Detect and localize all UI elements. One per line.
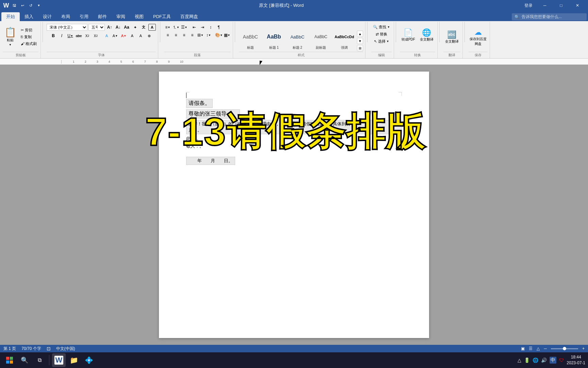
show-marks-btn[interactable]: ¶ [215,24,223,31]
style-title[interactable]: AaBbC 标题 [239,28,262,51]
align-left-btn[interactable]: ≡ [164,32,172,39]
styles-scroll-up[interactable]: ▲ [357,31,363,37]
word-taskbar-btn[interactable]: W [52,353,66,367]
line-spacing-btn[interactable]: ↕▼ [205,32,212,39]
find-btn[interactable]: 🔍 查找 ▼ [371,24,392,30]
phonetics-btn[interactable]: 文 [140,24,147,31]
borders-btn[interactable]: ▦▼ [223,32,231,39]
document-page[interactable]: 请假条。 尊敬的张三领导：。 您好！我是（部门）的（姓名）[部门理由），恳请请假… [159,72,429,338]
bullets-btn[interactable]: ≡▼ [164,24,172,31]
change-case-btn[interactable]: Aa [123,24,130,31]
decrease-indent-btn[interactable]: ⇤ [191,24,198,31]
zoom-in-btn[interactable]: + [582,346,585,351]
close-btn[interactable]: ✕ [570,0,585,11]
char-shade-btn[interactable]: A [129,32,136,39]
start-button[interactable] [3,353,16,367]
clock-display[interactable]: 18:44 2023-07-1 [567,354,585,366]
view-normal-btn[interactable]: ▣ [521,346,525,351]
sort-btn[interactable]: ↕ [207,24,214,31]
format-painter-button[interactable]: 🖌 格式刷 [19,41,38,47]
clipboard-label: 剪贴板 [3,52,38,58]
full-translate-btn[interactable]: 🌐 全文翻译 [418,24,435,47]
cut-button[interactable]: ✂ 剪切 [19,27,38,33]
taskbar-speaker-icon[interactable]: 🔊 [541,357,547,363]
font-grow-btn[interactable]: A↑ [106,24,113,31]
style-heading1[interactable]: AaBb 标题 1 [262,28,285,51]
align-right-btn[interactable]: ≡ [180,32,188,39]
justify-btn[interactable]: ≡ [189,32,196,39]
multilevel-btn[interactable]: ☰▼ [180,24,188,31]
extra-taskbar-btn[interactable]: 💠 [82,353,96,367]
tab-layout[interactable]: 布局 [56,12,75,21]
paste-button[interactable]: 📋 粘贴 ▼ [3,25,18,48]
superscript-btn[interactable]: X2 [92,32,100,39]
tab-mail[interactable]: 邮件 [93,12,112,21]
style-subtitle[interactable]: AaBbC 副标题 [309,28,332,51]
style-h2-text: AaBbC [290,34,304,40]
to-pdf-btn[interactable]: 📄 转成PDF [400,24,417,47]
font-shrink-btn[interactable]: A↓ [114,24,122,31]
zoom-slider[interactable] [551,348,578,349]
increase-indent-btn[interactable]: ⇥ [199,24,206,31]
tab-review[interactable]: 审阅 [112,12,130,21]
style-heading2[interactable]: AaBbC 标题 2 [286,28,309,51]
font-name-select[interactable]: 宋体 (中文正） [47,24,87,31]
font-size-select[interactable]: 五号 [88,24,105,31]
login-btn[interactable]: 登录 [521,0,536,11]
highlight-btn[interactable]: A▼ [112,32,119,39]
tab-reference[interactable]: 引用 [75,12,93,21]
minimize-btn[interactable]: ─ [537,0,553,11]
taskbar-ime-icon[interactable]: 中 [550,357,556,364]
tab-start[interactable]: 开始 [1,12,20,21]
circle-text-btn[interactable]: ⊕ [146,32,153,39]
ribbon-tabs: 开始 插入 设计 布局 引用 邮件 审阅 视图 PDF工具 百度网盘 🔍 告诉我… [0,11,588,21]
tab-insert[interactable]: 插入 [20,12,38,21]
italic-btn[interactable]: I [58,32,66,39]
style-emphasis[interactable]: AaBbCcDd 强调 [333,28,356,51]
replace-btn[interactable]: ⇄ 替换 [374,31,389,37]
translate-label: 翻译 [443,52,460,58]
copy-button[interactable]: ⎘ 复制 [19,34,38,40]
taskbar-notification-icon[interactable]: △ [518,357,521,363]
zoom-thumb[interactable] [563,347,566,350]
numbering-btn[interactable]: ⒈▼ [172,24,180,31]
undo-btn[interactable]: ↩ [19,2,26,9]
columns-btn[interactable]: ⊞▼ [197,32,204,39]
convert-label: 转换 [400,52,435,58]
quick-save[interactable]: 🖫 [11,2,18,9]
char-border-btn[interactable]: A [137,32,145,39]
strikethrough-btn[interactable]: abc [75,32,83,39]
ribbon-search[interactable]: 🔍 告诉我您想要做什么... [512,13,587,20]
shading-btn[interactable]: 🎨▼ [215,32,223,39]
tab-view[interactable]: 视图 [130,12,148,21]
translate2-btn[interactable]: 🔤 全文翻译 [443,26,460,49]
zoom-out-btn[interactable]: ─ [544,346,547,351]
search-taskbar-btn[interactable]: 🔍 [18,353,31,367]
redo-btn[interactable]: ↺ [27,2,34,9]
view-web-btn[interactable]: ☰ [529,346,533,351]
explorer-taskbar-btn[interactable]: 📁 [67,353,81,367]
ribbon-body: 📋 粘贴 ▼ ✂ 剪切 ⎘ 复制 🖌 格式刷 剪贴板 [0,21,588,59]
styles-scroll-down[interactable]: ▼ [357,38,363,44]
font-color-btn[interactable]: A▼ [120,32,128,39]
view-outline-btn[interactable]: △ [537,346,540,351]
tab-design[interactable]: 设计 [38,12,56,21]
taskview-btn[interactable]: ⧉ [33,353,46,367]
bold-btn[interactable]: B [50,32,57,39]
para-bottom-row: ≡ ≡ ≡ ≡ ⊞▼ ↕▼ 🎨▼ ▦▼ [164,32,231,39]
styles-expand[interactable]: ⊞ [357,45,363,51]
tab-baidu[interactable]: 百度网盘 [176,12,203,21]
clipboard-small-btns: ✂ 剪切 ⎘ 复制 🖌 格式刷 [19,25,38,48]
tab-pdf[interactable]: PDF工具 [148,12,176,21]
clear-format-btn[interactable]: ✦ [131,24,139,31]
maximize-btn[interactable]: □ [553,0,569,11]
align-center-btn[interactable]: ≡ [172,32,180,39]
customize-qat[interactable]: ▼ [35,2,42,9]
subscript-btn[interactable]: X2 [84,32,91,39]
taskbar: 🔍 ⧉ W 📁 💠 △ 🔋 🌐 🔊 中 🛡 18:44 2023-07-1 [0,352,588,368]
select-btn[interactable]: ↖ 选择 ▼ [372,38,391,45]
save-baidu-btn[interactable]: ☁ 保存到百度网盘 [469,26,488,49]
underline-btn[interactable]: U ▼ [67,32,74,39]
text-effect-btn[interactable]: A [103,32,111,39]
border-text-btn[interactable]: A [148,24,156,31]
